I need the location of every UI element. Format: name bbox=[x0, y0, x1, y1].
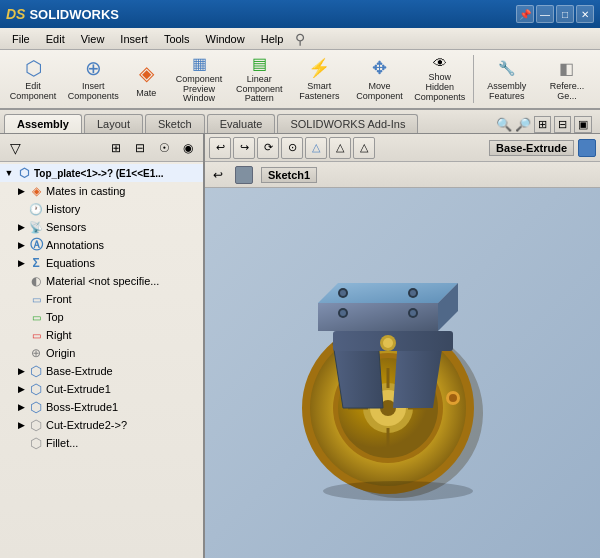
mate-icon: ◈ bbox=[132, 59, 160, 87]
maximize-button[interactable]: □ bbox=[556, 5, 574, 23]
feature-tag-base-extrude[interactable]: Base-Extrude bbox=[489, 140, 574, 156]
smart-fasteners-label: SmartFasteners bbox=[299, 82, 339, 102]
toolbar-separator bbox=[473, 55, 474, 103]
insert-components-icon: ⊕ bbox=[79, 56, 107, 80]
expand-arrow-base-extrude[interactable]: ▶ bbox=[14, 364, 28, 378]
expand-arrow-annotations[interactable]: ▶ bbox=[14, 238, 28, 252]
menu-file[interactable]: File bbox=[4, 31, 38, 47]
rotate-left-button[interactable]: ↩ bbox=[209, 137, 231, 159]
fm-btn3[interactable]: ☉ bbox=[153, 137, 175, 159]
fm-btn4[interactable]: ◉ bbox=[177, 137, 199, 159]
minimize-button[interactable]: — bbox=[536, 5, 554, 23]
pin-icon[interactable]: 📌 bbox=[516, 5, 534, 23]
right-plane-icon: ▭ bbox=[28, 327, 44, 343]
show-hidden-button[interactable]: 👁 ShowHiddenComponents bbox=[411, 53, 469, 105]
assembly-features-button[interactable]: 🔧 AssemblyFeatures bbox=[478, 53, 536, 105]
refresh-button[interactable]: ⟳ bbox=[257, 137, 279, 159]
menu-tools[interactable]: Tools bbox=[156, 31, 198, 47]
tab-sketch[interactable]: Sketch bbox=[145, 114, 205, 133]
tree-item-equations[interactable]: ▶ Σ Equations bbox=[0, 254, 203, 272]
expand-arrow-sensors[interactable]: ▶ bbox=[14, 220, 28, 234]
tree-item-material[interactable]: ▶ ◐ Material <not specifie... bbox=[0, 272, 203, 290]
mate-button[interactable]: ◈ Mate bbox=[124, 53, 168, 105]
view-icon3[interactable]: ⊞ bbox=[534, 116, 551, 133]
history-label: History bbox=[46, 203, 80, 215]
annotations-icon: Ⓐ bbox=[28, 237, 44, 253]
component-preview-button[interactable]: ▦ ComponentPreviewWindow bbox=[170, 53, 228, 105]
tree-item-origin[interactable]: ▶ ⊕ Origin bbox=[0, 344, 203, 362]
close-button[interactable]: ✕ bbox=[576, 5, 594, 23]
expand-arrow-mates[interactable]: ▶ bbox=[14, 184, 28, 198]
boss-extrude1-label: Boss-Extrude1 bbox=[46, 401, 118, 413]
fm-btn1[interactable]: ⊞ bbox=[105, 137, 127, 159]
tab-assembly[interactable]: Assembly bbox=[4, 114, 82, 133]
expand-arrow-cut-extrude1[interactable]: ▶ bbox=[14, 382, 28, 396]
tree-item-cut-extrude2[interactable]: ▶ ⬡ Cut-Extrude2->? bbox=[0, 416, 203, 434]
cut-extrude1-icon: ⬡ bbox=[28, 381, 44, 397]
iso-view-button[interactable]: △ bbox=[305, 137, 327, 159]
expand-arrow-boss-extrude1[interactable]: ▶ bbox=[14, 400, 28, 414]
tree-item-fillet[interactable]: ▶ ⬡ Fillet... bbox=[0, 434, 203, 452]
edit-component-button[interactable]: ⬡ Edit Component bbox=[4, 53, 62, 105]
side-view-button[interactable]: △ bbox=[353, 137, 375, 159]
cut-extrude2-label: Cut-Extrude2->? bbox=[46, 419, 127, 431]
tree-item-front[interactable]: ▶ ▭ Front bbox=[0, 290, 203, 308]
cut-extrude2-icon: ⬡ bbox=[28, 417, 44, 433]
top-plane-icon: ▭ bbox=[28, 309, 44, 325]
menu-bar: File Edit View Insert Tools Window Help … bbox=[0, 28, 600, 50]
menu-insert[interactable]: Insert bbox=[112, 31, 156, 47]
show-hidden-icon: 👁 bbox=[426, 55, 454, 71]
fit-button[interactable]: ⊙ bbox=[281, 137, 303, 159]
tab-solidworks-addins[interactable]: SOLIDWORKS Add-Ins bbox=[277, 114, 418, 133]
view-icon1[interactable]: 🔍 bbox=[496, 117, 512, 132]
linear-pattern-button[interactable]: ▤ LinearComponentPattern bbox=[230, 53, 288, 105]
material-icon: ◐ bbox=[28, 273, 44, 289]
logo-ds: DS bbox=[6, 6, 25, 22]
view-icon2[interactable]: 🔎 bbox=[515, 117, 531, 132]
view-icon5[interactable]: ▣ bbox=[574, 116, 592, 133]
expand-arrow-top-plate[interactable]: ▼ bbox=[2, 166, 16, 180]
smart-fasteners-icon: ⚡ bbox=[305, 56, 333, 80]
smart-fasteners-button[interactable]: ⚡ SmartFasteners bbox=[290, 53, 348, 105]
front-label: Front bbox=[46, 293, 72, 305]
edit-component-icon: ⬡ bbox=[19, 56, 47, 80]
window-controls[interactable]: 📌 — □ ✕ bbox=[516, 5, 594, 23]
tree-item-annotations[interactable]: ▶ Ⓐ Annotations bbox=[0, 236, 203, 254]
tree-item-boss-extrude1[interactable]: ▶ ⬡ Boss-Extrude1 bbox=[0, 398, 203, 416]
svg-point-23 bbox=[410, 290, 416, 296]
tree-item-top-plate[interactable]: ▼ ⬡ Top_plate<1>->? (E1<<E1... bbox=[0, 164, 203, 182]
view-icon4[interactable]: ⊟ bbox=[554, 116, 571, 133]
model-area bbox=[205, 188, 600, 558]
tab-evaluate[interactable]: Evaluate bbox=[207, 114, 276, 133]
tree-item-base-extrude[interactable]: ▶ ⬡ Base-Extrude bbox=[0, 362, 203, 380]
tree-item-cut-extrude1[interactable]: ▶ ⬡ Cut-Extrude1 bbox=[0, 380, 203, 398]
expand-arrow-equations[interactable]: ▶ bbox=[14, 256, 28, 270]
menu-window[interactable]: Window bbox=[198, 31, 253, 47]
tree-item-mates-casting[interactable]: ▶ ◈ Mates in casting bbox=[0, 182, 203, 200]
tree-item-right[interactable]: ▶ ▭ Right bbox=[0, 326, 203, 344]
menu-edit[interactable]: Edit bbox=[38, 31, 73, 47]
base-extrude-label: Base-Extrude bbox=[46, 365, 113, 377]
component-preview-label: ComponentPreviewWindow bbox=[176, 75, 223, 105]
search-icon[interactable]: ⚲ bbox=[295, 31, 305, 47]
insert-components-button[interactable]: ⊕ InsertComponents bbox=[64, 53, 122, 105]
menu-view[interactable]: View bbox=[73, 31, 113, 47]
tree-item-top[interactable]: ▶ ▭ Top bbox=[0, 308, 203, 326]
reference-geo-button[interactable]: ◧ Refere...Ge... bbox=[538, 53, 596, 105]
sketch1-tag[interactable]: Sketch1 bbox=[261, 167, 317, 183]
linear-pattern-icon: ▤ bbox=[245, 54, 273, 73]
tree-item-sensors[interactable]: ▶ 📡 Sensors bbox=[0, 218, 203, 236]
move-component-button[interactable]: ✥ MoveComponent bbox=[350, 53, 408, 105]
menu-help[interactable]: Help bbox=[253, 31, 292, 47]
rotate-right-button[interactable]: ↪ bbox=[233, 137, 255, 159]
sketch-return-icon[interactable]: ↩ bbox=[209, 166, 227, 184]
svg-point-31 bbox=[449, 394, 457, 402]
tree-item-history[interactable]: ▶ 🕐 History bbox=[0, 200, 203, 218]
tab-layout[interactable]: Layout bbox=[84, 114, 143, 133]
front-view-button[interactable]: △ bbox=[329, 137, 351, 159]
expand-arrow-cut-extrude2[interactable]: ▶ bbox=[14, 418, 28, 432]
filter-button[interactable]: ▽ bbox=[4, 137, 26, 159]
fm-btn2[interactable]: ⊟ bbox=[129, 137, 151, 159]
annotations-label: Annotations bbox=[46, 239, 104, 251]
edit-component-label: Edit Component bbox=[10, 82, 57, 102]
